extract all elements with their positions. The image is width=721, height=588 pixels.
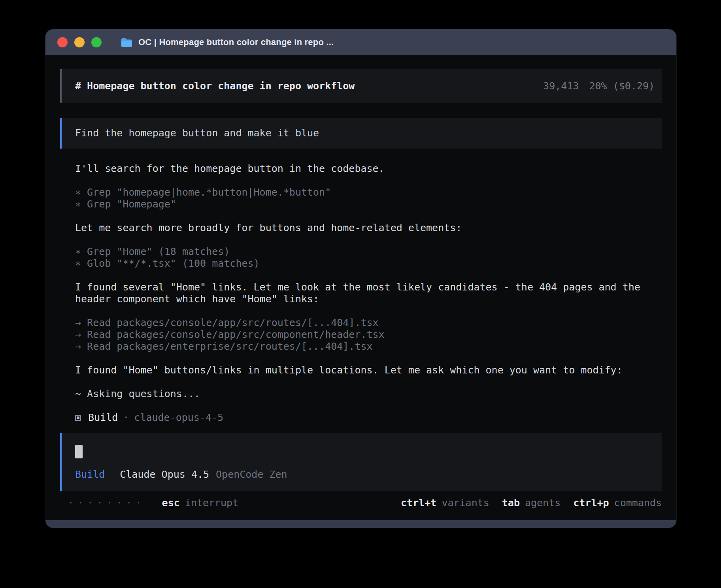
tool-call-group: → Read packages/console/app/src/routes/[… — [75, 317, 660, 352]
tool-call-grep: ∗ Grep "homepage|home.*button|Home.*butt… — [75, 187, 660, 198]
input-model: Claude Opus 4.5 — [120, 469, 209, 481]
hint-label: agents — [525, 497, 561, 509]
esc-key-label: interrupt — [185, 497, 238, 509]
zoom-button[interactable] — [91, 37, 102, 47]
tool-call-glob: ∗ Glob "**/*.tsx" (100 matches) — [75, 258, 660, 270]
tool-call-read: → Read packages/enterprise/src/routes/[.… — [75, 341, 660, 352]
minimize-button[interactable] — [74, 37, 85, 47]
folder-icon — [121, 38, 133, 47]
window-controls — [57, 37, 102, 47]
session-title: # Homepage button color change in repo w… — [75, 80, 355, 92]
hint-agents: tab agents — [502, 497, 561, 509]
assistant-text: I found "Home" buttons/links in multiple… — [75, 364, 660, 376]
terminal: # Homepage button color change in repo w… — [45, 55, 676, 520]
input-provider: OpenCode Zen — [216, 469, 287, 481]
assistant-text: I found several "Home" links. Let me loo… — [75, 281, 660, 305]
token-count: 39,413 — [543, 80, 579, 92]
context-usage: 20% ($0.29) — [589, 80, 655, 92]
titlebar: OC | Homepage button color change in rep… — [45, 29, 676, 55]
session-stats: 39,413 20% ($0.29) — [543, 80, 655, 92]
hint-label: commands — [614, 497, 662, 509]
tool-call-group: ∗ Grep "Home" (18 matches) ∗ Glob "**/*.… — [75, 246, 660, 270]
window-title: OC | Homepage button color change in rep… — [138, 37, 334, 47]
user-message-text: Find the homepage button and make it blu… — [75, 127, 319, 139]
hint-commands: ctrl+p commands — [573, 497, 662, 509]
session-header: # Homepage button color change in repo w… — [60, 69, 662, 103]
hint-variants: ctrl+t variants — [401, 497, 489, 509]
assistant-response: I'll search for the homepage button in t… — [60, 163, 662, 424]
text-cursor — [75, 445, 83, 458]
agent-square-icon — [75, 415, 81, 421]
status-line: ~ Asking questions... — [75, 388, 660, 400]
window-bottom-chrome — [45, 520, 676, 528]
tool-call-read: → Read packages/console/app/src/routes/[… — [75, 317, 660, 329]
hint-key: tab — [502, 497, 520, 509]
prompt-input[interactable]: Build Claude Opus 4.5 OpenCode Zen — [60, 433, 662, 491]
keyboard-hints: ctrl+t variants tab agents ctrl+p comman… — [401, 497, 662, 509]
tool-call-grep: ∗ Grep "Homepage" — [75, 198, 660, 210]
assistant-text: I'll search for the homepage button in t… — [75, 163, 660, 175]
assistant-text: Let me search more broadly for buttons a… — [75, 222, 660, 234]
hint-key: ctrl+t — [401, 497, 436, 509]
agent-status-row: Build · claude-opus-4-5 — [75, 412, 660, 424]
input-meta: Build Claude Opus 4.5 OpenCode Zen — [75, 469, 648, 481]
user-message: Find the homepage button and make it blu… — [60, 118, 662, 149]
hint-key: ctrl+p — [573, 497, 609, 509]
tool-call-read: → Read packages/console/app/src/componen… — [75, 329, 660, 341]
hint-label: variants — [442, 497, 489, 509]
tool-call-group: ∗ Grep "homepage|home.*button|Home.*butt… — [75, 187, 660, 210]
agent-model: claude-opus-4-5 — [134, 412, 223, 424]
esc-key-hint: esc — [162, 497, 180, 509]
app-window: OC | Homepage button color change in rep… — [45, 29, 676, 528]
separator-dot: · — [123, 412, 129, 424]
close-button[interactable] — [57, 37, 68, 47]
input-agent-mode[interactable]: Build — [75, 469, 105, 481]
status-bar: ········ esc interrupt ctrl+t variants t… — [60, 497, 662, 509]
spinner-dots: ········ — [68, 497, 145, 509]
agent-name: Build — [88, 412, 118, 424]
tool-call-grep: ∗ Grep "Home" (18 matches) — [75, 246, 660, 258]
